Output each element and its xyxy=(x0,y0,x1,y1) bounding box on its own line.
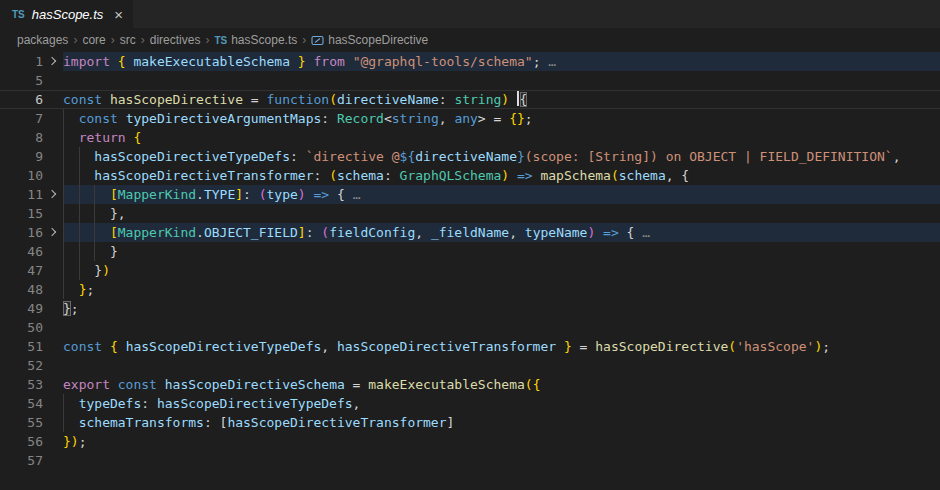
code-token: ; xyxy=(86,282,94,297)
indent-guide xyxy=(63,261,79,280)
line-number: 49 xyxy=(0,299,43,318)
indent-guide xyxy=(79,147,95,166)
code-line[interactable]: 54typeDefs: hasScopeDirectiveTypeDefs, xyxy=(0,394,940,413)
line-number: 48 xyxy=(0,280,43,299)
code-token: ) xyxy=(102,263,110,278)
code-line[interactable]: 7const typeDirectiveArgumentMaps: Record… xyxy=(0,109,940,128)
code-text: }; xyxy=(63,299,940,318)
indent-guide xyxy=(63,280,79,299)
code-token: , xyxy=(321,339,337,354)
code-line[interactable]: 8return { xyxy=(0,128,940,147)
breadcrumb-item-packages[interactable]: packages xyxy=(17,33,68,47)
code-line[interactable]: 51const { hasScopeDirectiveTypeDefs, has… xyxy=(0,337,940,356)
code-token: schema xyxy=(619,168,666,183)
chevron-right-icon[interactable] xyxy=(43,52,63,71)
fold-gutter xyxy=(43,90,63,109)
code-token: const xyxy=(118,377,165,392)
line-number: 16 xyxy=(0,223,43,242)
breadcrumb-separator: › xyxy=(141,33,145,47)
code-token: hasScopeDirectiveTypeDefs xyxy=(126,339,322,354)
code-token: } xyxy=(63,301,71,316)
code-token: {} xyxy=(509,111,525,126)
line-number: 50 xyxy=(0,318,43,337)
indent-guide xyxy=(63,413,79,432)
code-line[interactable]: 15}, xyxy=(0,204,940,223)
code-token: ( xyxy=(611,168,619,183)
tab-bar: TS hasScope.ts × xyxy=(0,0,940,28)
line-number: 9 xyxy=(0,147,43,166)
code-line[interactable]: 6const hasScopeDirective = function(dire… xyxy=(0,90,940,109)
code-line[interactable]: 57 xyxy=(0,451,940,470)
code-token: hasScopeDirective xyxy=(595,339,728,354)
chevron-right-icon[interactable] xyxy=(43,185,63,204)
code-token: , xyxy=(509,225,525,240)
code-line[interactable]: 1import { makeExecutableSchema } from "@… xyxy=(0,52,940,71)
code-line[interactable]: 49}; xyxy=(0,299,940,318)
code-line[interactable]: 53export const hasScopeDirectiveSchema =… xyxy=(0,375,940,394)
indent-guide xyxy=(63,147,79,166)
code-line[interactable]: 10hasScopeDirectiveTransformer: (schema:… xyxy=(0,166,940,185)
code-token: OBJECT_FIELD xyxy=(204,225,298,240)
fold-gutter xyxy=(43,128,63,147)
code-line[interactable]: 5 xyxy=(0,71,940,90)
line-number: 47 xyxy=(0,261,43,280)
code-text: } xyxy=(63,242,940,261)
code-line[interactable]: 52 xyxy=(0,356,940,375)
code-text: }, xyxy=(63,204,940,223)
breadcrumb-separator: › xyxy=(111,33,115,47)
code-text: [MapperKind.TYPE]: (type) => { … xyxy=(63,185,940,204)
code-token xyxy=(509,92,517,107)
code-line[interactable]: 11[MapperKind.TYPE]: (type) => { … xyxy=(0,185,940,204)
tab-hasscope[interactable]: TS hasScope.ts × xyxy=(0,0,133,28)
fold-gutter xyxy=(43,337,63,356)
chevron-right-icon[interactable] xyxy=(43,223,63,242)
code-line[interactable]: 56}); xyxy=(0,432,940,451)
code-text xyxy=(63,356,940,375)
code-token: schemaTransforms xyxy=(79,415,204,430)
code-area[interactable]: 1import { makeExecutableSchema } from "@… xyxy=(0,52,940,470)
code-text: typeDefs: hasScopeDirectiveTypeDefs, xyxy=(63,394,940,413)
code-token: < xyxy=(384,111,392,126)
breadcrumb: packages › core › src › directives › TS … xyxy=(0,28,940,52)
code-token: } xyxy=(110,244,118,259)
code-token: , xyxy=(353,396,361,411)
close-icon[interactable]: × xyxy=(114,7,123,22)
breadcrumb-item-file[interactable]: TS hasScope.ts xyxy=(214,33,297,47)
fold-gutter xyxy=(43,318,63,337)
breadcrumb-separator: › xyxy=(205,33,209,47)
code-text xyxy=(63,318,940,337)
code-token: schema xyxy=(337,168,384,183)
code-line[interactable]: 50 xyxy=(0,318,940,337)
breadcrumb-item-symbol[interactable]: hasScopeDirective xyxy=(311,33,428,47)
code-token: : xyxy=(290,149,306,164)
line-number: 8 xyxy=(0,128,43,147)
code-line[interactable]: 48}; xyxy=(0,280,940,299)
code-text xyxy=(63,71,940,90)
breadcrumb-item-core[interactable]: core xyxy=(82,33,105,47)
code-token: export xyxy=(63,377,118,392)
fold-gutter xyxy=(43,299,63,318)
indent-guide xyxy=(63,185,79,204)
code-token: directiveName xyxy=(337,92,439,107)
breadcrumb-item-src[interactable]: src xyxy=(120,33,136,47)
code-token: from xyxy=(306,54,353,69)
fold-gutter xyxy=(43,242,63,261)
code-text: }); xyxy=(63,432,940,451)
code-text xyxy=(63,451,940,470)
code-line[interactable]: 46} xyxy=(0,242,940,261)
breadcrumb-item-directives[interactable]: directives xyxy=(150,33,201,47)
indent-guide xyxy=(94,242,110,261)
ts-file-icon: TS xyxy=(12,9,25,20)
code-token: (scope: [String]) on OBJECT | FIELD_DEFI… xyxy=(525,149,893,164)
code-line[interactable]: 55schemaTransforms: [hasScopeDirectiveTr… xyxy=(0,413,940,432)
code-line[interactable]: 47}) xyxy=(0,261,940,280)
code-text: hasScopeDirectiveTypeDefs: `directive @$… xyxy=(63,147,940,166)
code-line[interactable]: 16[MapperKind.OBJECT_FIELD]: (fieldConfi… xyxy=(0,223,940,242)
code-token: , { xyxy=(666,168,689,183)
code-token: hasScopeDirectiveTypeDefs xyxy=(94,149,290,164)
code-token: => xyxy=(595,225,626,240)
code-token: ] xyxy=(447,415,455,430)
line-number: 7 xyxy=(0,109,43,128)
code-token: directiveName xyxy=(415,149,517,164)
code-line[interactable]: 9hasScopeDirectiveTypeDefs: `directive @… xyxy=(0,147,940,166)
